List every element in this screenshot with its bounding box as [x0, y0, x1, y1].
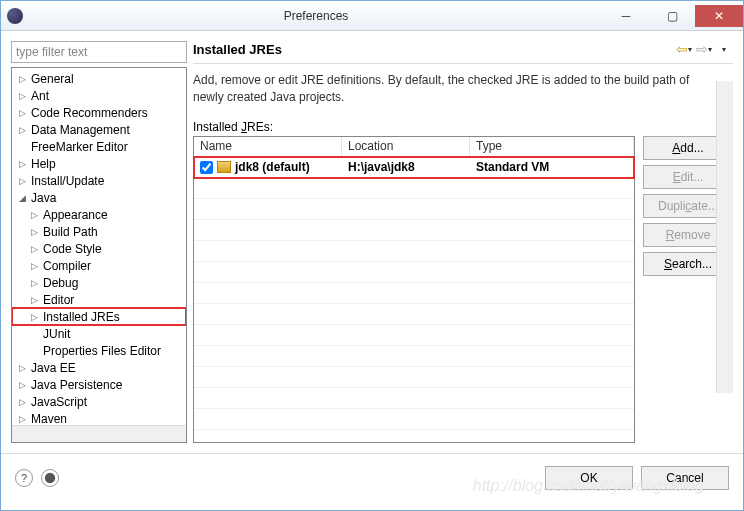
twisty-icon[interactable]: ▷ — [16, 74, 29, 84]
tree-item-junit[interactable]: JUnit — [12, 325, 186, 342]
jre-location: H:\java\jdk8 — [342, 160, 470, 174]
window-title: Preferences — [29, 9, 603, 23]
tree-item-label: Java Persistence — [29, 378, 122, 392]
tree-item-javascript[interactable]: ▷JavaScript — [12, 393, 186, 410]
twisty-icon[interactable]: ▷ — [16, 397, 29, 407]
twisty-icon[interactable]: ▷ — [16, 108, 29, 118]
table-row[interactable]: jdk8 (default) H:\java\jdk8 Standard VM — [194, 157, 634, 178]
tree-item-install-update[interactable]: ▷Install/Update — [12, 172, 186, 189]
tree-item-label: Install/Update — [29, 174, 104, 188]
twisty-icon[interactable]: ▷ — [16, 159, 29, 169]
menu-button[interactable]: ▾ — [715, 41, 733, 57]
tree-item-label: Code Style — [41, 242, 102, 256]
tree-item-data-management[interactable]: ▷Data Management — [12, 121, 186, 138]
twisty-icon[interactable]: ◢ — [16, 193, 29, 203]
filter-input[interactable]: type filter text — [11, 41, 187, 63]
tree-item-general[interactable]: ▷General — [12, 70, 186, 87]
tree-item-label: Properties Files Editor — [41, 344, 161, 358]
tree-item-installed-jres[interactable]: ▷Installed JREs — [12, 308, 186, 325]
app-icon — [1, 8, 29, 24]
twisty-icon[interactable]: ▷ — [16, 363, 29, 373]
chevron-down-icon: ▾ — [722, 45, 726, 54]
left-panel: type filter text ▷General▷Ant▷Code Recom… — [11, 41, 187, 443]
preference-tree[interactable]: ▷General▷Ant▷Code Recommenders▷Data Mana… — [11, 67, 187, 443]
minimize-button[interactable]: ─ — [603, 5, 649, 27]
tree-item-label: General — [29, 72, 74, 86]
tree-item-ant[interactable]: ▷Ant — [12, 87, 186, 104]
tree-item-label: Code Recommenders — [29, 106, 148, 120]
section-label: Installed JREs: — [193, 120, 733, 134]
cancel-button[interactable]: Cancel — [641, 466, 729, 490]
ok-button[interactable]: OK — [545, 466, 633, 490]
tree-item-label: Maven — [29, 412, 67, 426]
column-header-location[interactable]: Location — [342, 137, 470, 156]
jre-icon — [217, 161, 231, 173]
page-description: Add, remove or edit JRE definitions. By … — [193, 72, 733, 106]
tree-item-build-path[interactable]: ▷Build Path — [12, 223, 186, 240]
tree-item-editor[interactable]: ▷Editor — [12, 291, 186, 308]
twisty-icon[interactable]: ▷ — [16, 91, 29, 101]
tree-item-label: Appearance — [41, 208, 108, 222]
column-header-name[interactable]: Name — [194, 137, 342, 156]
tree-item-freemarker-editor[interactable]: FreeMarker Editor — [12, 138, 186, 155]
jre-name: jdk8 (default) — [235, 160, 310, 174]
tree-item-code-style[interactable]: ▷Code Style — [12, 240, 186, 257]
right-panel: Installed JREs ⇦▾ ⇨▾ ▾ Add, remove or ed… — [193, 41, 733, 443]
titlebar: Preferences ─ ▢ ✕ — [1, 1, 743, 31]
tree-item-label: JUnit — [41, 327, 70, 341]
arrow-back-icon: ⇦ — [676, 41, 688, 57]
twisty-icon[interactable]: ▷ — [28, 295, 41, 305]
tree-item-label: FreeMarker Editor — [29, 140, 128, 154]
twisty-icon[interactable]: ▷ — [28, 312, 41, 322]
tree-item-java[interactable]: ◢Java — [12, 189, 186, 206]
horizontal-scrollbar[interactable] — [12, 425, 186, 442]
twisty-icon[interactable]: ▷ — [28, 261, 41, 271]
tree-item-label: Java — [29, 191, 56, 205]
tree-item-label: Build Path — [41, 225, 98, 239]
jre-type: Standard VM — [470, 160, 634, 174]
apply-icon[interactable] — [41, 469, 59, 487]
tree-item-label: Debug — [41, 276, 78, 290]
arrow-forward-icon: ⇨ — [696, 41, 708, 57]
twisty-icon[interactable]: ▷ — [28, 244, 41, 254]
twisty-icon[interactable]: ▷ — [16, 380, 29, 390]
tree-item-debug[interactable]: ▷Debug — [12, 274, 186, 291]
footer: ? OK Cancel http://blog.csdn.net/yiwangx… — [1, 453, 743, 501]
tree-item-java-ee[interactable]: ▷Java EE — [12, 359, 186, 376]
twisty-icon[interactable]: ▷ — [16, 125, 29, 135]
help-icon[interactable]: ? — [15, 469, 33, 487]
twisty-icon[interactable]: ▷ — [28, 278, 41, 288]
eclipse-icon — [7, 8, 23, 24]
tree-item-label: Installed JREs — [41, 310, 120, 324]
twisty-icon[interactable]: ▷ — [28, 210, 41, 220]
tree-item-label: JavaScript — [29, 395, 87, 409]
tree-item-help[interactable]: ▷Help — [12, 155, 186, 172]
maximize-button[interactable]: ▢ — [649, 5, 695, 27]
tree-item-appearance[interactable]: ▷Appearance — [12, 206, 186, 223]
tree-item-compiler[interactable]: ▷Compiler — [12, 257, 186, 274]
twisty-icon[interactable]: ▷ — [16, 176, 29, 186]
tree-item-label: Ant — [29, 89, 49, 103]
twisty-icon[interactable]: ▷ — [16, 414, 29, 424]
tree-item-label: Java EE — [29, 361, 76, 375]
forward-button[interactable]: ⇨▾ — [695, 41, 713, 57]
page-title: Installed JREs — [193, 42, 282, 57]
tree-item-properties-files-editor[interactable]: Properties Files Editor — [12, 342, 186, 359]
tree-item-label: Help — [29, 157, 56, 171]
tree-item-label: Compiler — [41, 259, 91, 273]
tree-item-code-recommenders[interactable]: ▷Code Recommenders — [12, 104, 186, 121]
tree-item-label: Data Management — [29, 123, 130, 137]
column-header-type[interactable]: Type — [470, 137, 634, 156]
close-button[interactable]: ✕ — [695, 5, 743, 27]
chevron-down-icon: ▾ — [688, 45, 692, 54]
back-button[interactable]: ⇦▾ — [675, 41, 693, 57]
twisty-icon[interactable]: ▷ — [28, 227, 41, 237]
tree-item-java-persistence[interactable]: ▷Java Persistence — [12, 376, 186, 393]
jre-checkbox[interactable] — [200, 161, 213, 174]
tree-item-label: Editor — [41, 293, 74, 307]
chevron-down-icon: ▾ — [708, 45, 712, 54]
jre-table[interactable]: Name Location Type jdk8 (default) H:\jav… — [193, 136, 635, 443]
vertical-scrollbar[interactable] — [716, 81, 733, 393]
